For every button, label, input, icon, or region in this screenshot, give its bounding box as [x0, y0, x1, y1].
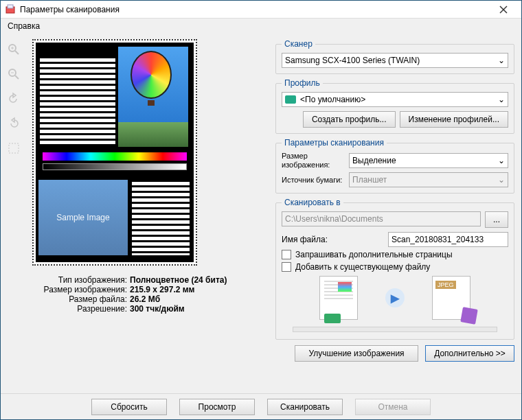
filename-input[interactable]: Scan_20180831_204133: [388, 232, 508, 247]
enhance-image-button[interactable]: Улучшение изображения: [295, 345, 418, 362]
sample-image-text: Sample Image: [56, 213, 109, 222]
path-field: C:\Users\nikna\Documents: [282, 211, 481, 226]
profile-value: <По умолчанию>: [300, 95, 365, 104]
scan-button[interactable]: Сканировать: [267, 399, 343, 415]
arrow-icon: ▶: [385, 288, 405, 307]
info-imgsize-label: Размер изображения:: [32, 285, 130, 294]
window-title: Параметры сканирования: [20, 5, 490, 14]
ask-pages-checkbox[interactable]: [282, 250, 291, 259]
profile-select[interactable]: <По умолчанию> ⌄: [282, 92, 508, 107]
profile-legend: Профиль: [282, 78, 323, 88]
scanner-value: Samsung SCX-4100 Series (TWAIN): [285, 56, 420, 65]
svg-rect-11: [9, 143, 19, 153]
preview-content: Sample Image: [36, 43, 194, 262]
edit-profiles-button[interactable]: Изменение профилей...: [400, 111, 509, 128]
create-profile-button[interactable]: Создать профиль...: [303, 111, 396, 128]
source-document-icon: [319, 276, 358, 320]
scanner-select[interactable]: Samsung SCX-4100 Series (TWAIN) ⌄: [282, 53, 508, 68]
selection-icon: [7, 141, 21, 155]
reset-button[interactable]: Сбросить: [91, 399, 167, 415]
append-file-checkbox[interactable]: [282, 262, 291, 272]
info-type-value: Полноцветное (24 бита): [130, 275, 227, 285]
info-res-label: Разрешение:: [32, 304, 130, 314]
rotate-left-button[interactable]: [3, 89, 24, 109]
zoom-out-icon: [7, 67, 21, 81]
paper-source-select: Планшет ⌄: [349, 172, 508, 187]
svg-line-9: [15, 75, 19, 79]
zoom-out-button[interactable]: [3, 64, 24, 84]
info-filesize-value: 26.2 Мб: [130, 294, 160, 304]
cancel-button: Отмена: [355, 399, 431, 415]
info-res-value: 300 тчк/дюйм: [130, 304, 185, 314]
close-icon: [499, 5, 508, 14]
paper-source-label: Источник бумаги:: [282, 176, 343, 185]
selection-button[interactable]: [3, 138, 24, 159]
scan-to-legend: Сканировать в: [282, 198, 343, 207]
scan-preview[interactable]: Sample Image: [32, 39, 197, 266]
chevron-down-icon: ⌄: [498, 56, 505, 65]
image-size-label: Размер изображения:: [282, 152, 343, 170]
image-size-value: Выделение: [352, 156, 396, 165]
window-close-button[interactable]: [490, 1, 517, 19]
browse-button[interactable]: ...: [485, 211, 508, 228]
rotate-left-icon: [7, 92, 21, 106]
svg-rect-1: [8, 5, 13, 8]
profile-icon: [285, 95, 296, 104]
scan-params-legend: Параметры сканирования: [282, 138, 387, 148]
image-size-select[interactable]: Выделение ⌄: [349, 153, 508, 168]
info-filesize-label: Размер файла:: [32, 294, 130, 304]
more-options-button[interactable]: Дополнительно >>: [425, 345, 514, 362]
zoom-in-icon: [7, 43, 21, 56]
svg-line-5: [15, 51, 19, 54]
zoom-in-button[interactable]: [3, 39, 24, 60]
rotate-right-icon: [7, 117, 21, 130]
menu-help[interactable]: Справка: [3, 20, 44, 32]
rotate-right-button[interactable]: [3, 113, 24, 134]
preview-button[interactable]: Просмотр: [179, 399, 255, 415]
chevron-down-icon: ⌄: [498, 175, 505, 185]
filename-label: Имя файла:: [282, 235, 328, 244]
chevron-down-icon: ⌄: [498, 95, 505, 104]
app-icon: [5, 4, 16, 15]
progress-bar: [293, 327, 497, 332]
scanner-legend: Сканер: [282, 39, 315, 49]
info-type-label: Тип изображения:: [32, 275, 130, 285]
paper-source-value: Планшет: [352, 175, 387, 185]
chevron-down-icon: ⌄: [498, 156, 505, 165]
ask-pages-label: Запрашивать дополнительные страницы: [295, 250, 453, 259]
jpeg-output-icon: JPEG: [432, 276, 470, 320]
info-imgsize-value: 215.9 x 297.2 мм: [130, 285, 195, 294]
scan-info: Тип изображения:Полноцветное (24 бита) Р…: [32, 275, 252, 314]
append-file-label: Добавить к существующему файлу: [295, 262, 430, 272]
